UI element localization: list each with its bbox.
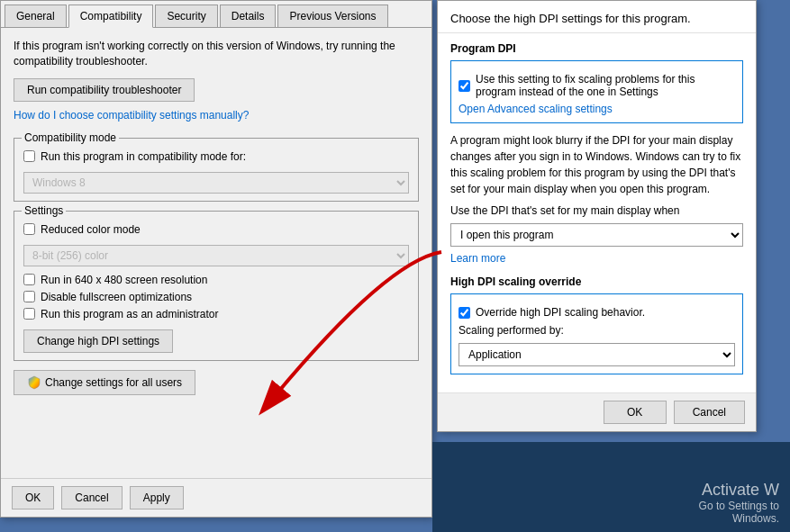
compat-mode-checkbox-label: Run this program in compatibility mode f… bbox=[41, 150, 246, 163]
override-label: Override high DPI scaling behavior. bbox=[476, 306, 645, 319]
activate-sub1: Go to Settings to bbox=[699, 500, 779, 512]
admin-label: Run this program as an administrator bbox=[41, 308, 218, 320]
compat-mode-label: Compatibility mode bbox=[22, 131, 119, 144]
dpi-title: Choose the high DPI settings for this pr… bbox=[450, 12, 743, 25]
scaling-by-label: Scaling performed by: bbox=[459, 324, 735, 337]
use-dpi-label: Use the DPI that's set for my main displ… bbox=[450, 204, 743, 217]
program-dpi-label: Program DPI bbox=[450, 42, 743, 55]
dpi-content: Program DPI Use this setting to fix scal… bbox=[438, 33, 756, 392]
change-settings-label: Change settings for all users bbox=[45, 376, 182, 389]
reduced-color-row: Reduced color mode bbox=[23, 223, 409, 236]
compatibility-mode-group: Compatibility mode Run this program in c… bbox=[14, 138, 419, 202]
change-settings-container: Change settings for all users bbox=[14, 370, 419, 395]
fullscreen-label: Disable fullscreen optimizations bbox=[41, 291, 192, 303]
color-select[interactable]: 8-bit (256) color bbox=[23, 245, 409, 266]
tab-details[interactable]: Details bbox=[220, 5, 277, 27]
settings-label: Settings bbox=[22, 204, 66, 217]
fullscreen-checkbox[interactable] bbox=[23, 291, 35, 302]
main-container: General Compatibility Security Details P… bbox=[0, 0, 790, 532]
cancel-button[interactable]: Cancel bbox=[61, 486, 122, 509]
bottom-buttons: OK Cancel Apply bbox=[1, 478, 431, 517]
dpi-dialog: Choose the high DPI settings for this pr… bbox=[437, 0, 757, 432]
compat-mode-checkbox[interactable] bbox=[23, 150, 35, 162]
dpi-when-select[interactable]: I open this program bbox=[450, 223, 743, 247]
tab-content: If this program isn't working correctly … bbox=[1, 28, 431, 478]
tab-previous-versions[interactable]: Previous Versions bbox=[277, 5, 387, 27]
resolution-row: Run in 640 x 480 screen resolution bbox=[23, 274, 409, 286]
activate-sub2: Windows. bbox=[732, 512, 779, 525]
scaling-select[interactable]: Application bbox=[459, 343, 735, 366]
run-troubleshooter-button[interactable]: Run compatibility troubleshooter bbox=[14, 78, 195, 102]
tab-general[interactable]: General bbox=[5, 5, 67, 27]
program-dpi-checkbox-row: Use this setting to fix scaling problems… bbox=[459, 73, 735, 98]
info-text: If this program isn't working correctly … bbox=[14, 39, 419, 69]
program-dpi-checkbox[interactable] bbox=[459, 80, 470, 92]
change-settings-button[interactable]: Change settings for all users bbox=[14, 370, 195, 395]
override-checkbox[interactable] bbox=[459, 307, 470, 319]
open-settings-link[interactable]: Open Advanced scaling settings bbox=[459, 103, 613, 115]
tab-security[interactable]: Security bbox=[155, 5, 217, 27]
manual-link[interactable]: How do I choose compatibility settings m… bbox=[14, 109, 249, 122]
resolution-label: Run in 640 x 480 screen resolution bbox=[41, 274, 207, 286]
learn-more-link[interactable]: Learn more bbox=[450, 252, 505, 265]
program-dpi-checkbox-label: Use this setting to fix scaling problems… bbox=[476, 73, 735, 98]
high-dpi-section: High DPI scaling override Override high … bbox=[450, 275, 743, 374]
ok-button[interactable]: OK bbox=[12, 486, 54, 509]
apply-button[interactable]: Apply bbox=[130, 486, 184, 509]
change-dpi-button[interactable]: Change high DPI settings bbox=[23, 329, 173, 353]
shield-icon bbox=[27, 375, 41, 390]
taskbar-area: Activate W Go to Settings to Windows. bbox=[432, 442, 790, 532]
compat-mode-select[interactable]: Windows 8 bbox=[23, 172, 409, 194]
activate-windows-text: Activate W bbox=[702, 481, 779, 500]
dpi-cancel-button[interactable]: Cancel bbox=[674, 401, 745, 424]
properties-dialog: General Compatibility Security Details P… bbox=[0, 0, 432, 518]
high-dpi-label: High DPI scaling override bbox=[450, 275, 743, 288]
high-dpi-group: Override high DPI scaling behavior. Scal… bbox=[450, 293, 743, 374]
tab-bar: General Compatibility Security Details P… bbox=[1, 1, 431, 28]
reduced-color-label: Reduced color mode bbox=[41, 223, 141, 236]
reduced-color-checkbox[interactable] bbox=[23, 223, 35, 235]
compat-mode-checkbox-row: Run this program in compatibility mode f… bbox=[23, 150, 409, 163]
fullscreen-row: Disable fullscreen optimizations bbox=[23, 291, 409, 303]
admin-checkbox[interactable] bbox=[23, 308, 35, 320]
change-dpi-container: Change high DPI settings bbox=[23, 329, 409, 353]
admin-row: Run this program as an administrator bbox=[23, 308, 409, 320]
dpi-footer: OK Cancel bbox=[438, 392, 756, 431]
override-checkbox-row: Override high DPI scaling behavior. bbox=[459, 306, 735, 319]
dpi-header: Choose the high DPI settings for this pr… bbox=[438, 1, 756, 33]
tab-compatibility[interactable]: Compatibility bbox=[68, 5, 154, 28]
resolution-checkbox[interactable] bbox=[23, 274, 35, 285]
program-dpi-group: Use this setting to fix scaling problems… bbox=[450, 60, 743, 123]
settings-group: Settings Reduced color mode 8-bit (256) … bbox=[14, 211, 419, 361]
dpi-ok-button[interactable]: OK bbox=[604, 401, 667, 424]
desc-text: A program might look blurry if the DPI f… bbox=[450, 132, 743, 197]
